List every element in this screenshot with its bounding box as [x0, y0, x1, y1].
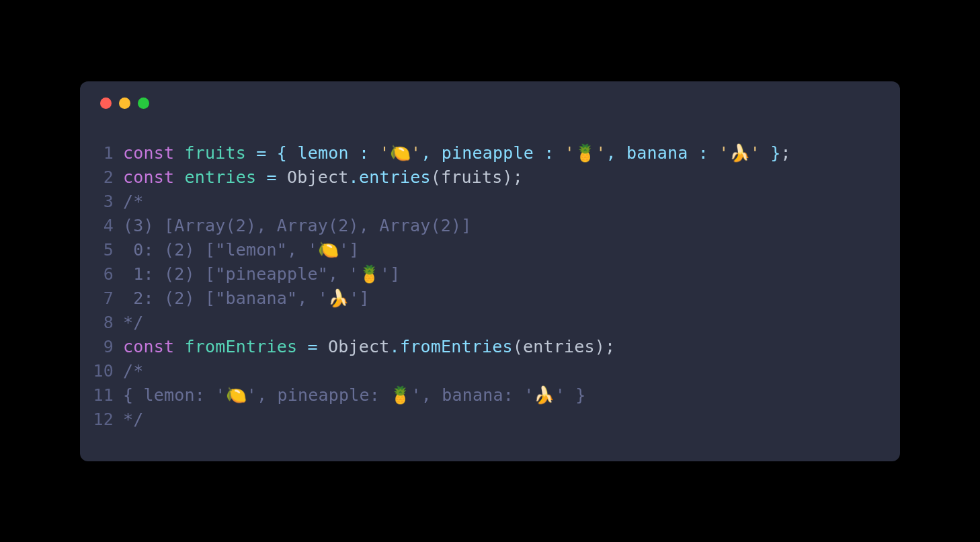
minimize-button[interactable]: [119, 98, 130, 109]
code-line-2: 2 const entries = Object.entries(fruits)…: [80, 165, 900, 190]
line-number: 8: [80, 311, 123, 335]
code-content: */: [123, 408, 144, 432]
line-number: 3: [80, 190, 123, 214]
window-titlebar: [80, 98, 900, 141]
close-button[interactable]: [100, 98, 112, 109]
code-line-12: 12 */: [80, 408, 900, 432]
line-number: 12: [80, 408, 123, 432]
code-content: const fruits = { lemon : '🍋', pineapple …: [123, 141, 791, 165]
line-number: 6: [80, 262, 123, 286]
line-number: 7: [80, 286, 123, 311]
line-number: 10: [80, 359, 123, 383]
code-content: (3) [Array(2), Array(2), Array(2)]: [123, 214, 472, 238]
code-line-6: 6 1: (2) ["pineapple", '🍍']: [80, 262, 900, 286]
code-content: 1: (2) ["pineapple", '🍍']: [123, 262, 400, 286]
line-number: 9: [80, 335, 123, 359]
code-line-1: 1 const fruits = { lemon : '🍋', pineappl…: [80, 141, 900, 165]
code-content: */: [123, 311, 144, 335]
code-content: const fromEntries = Object.fromEntries(e…: [123, 335, 615, 359]
code-content: const entries = Object.entries(fruits);: [123, 165, 523, 190]
code-content: /*: [123, 190, 144, 214]
line-number: 5: [80, 238, 123, 262]
code-line-9: 9 const fromEntries = Object.fromEntries…: [80, 335, 900, 359]
line-number: 1: [80, 141, 123, 165]
zoom-button[interactable]: [138, 98, 149, 109]
code-line-11: 11 { lemon: '🍋', pineapple: 🍍', banana: …: [80, 383, 900, 408]
code-window: 1 const fruits = { lemon : '🍋', pineappl…: [80, 81, 900, 461]
line-number: 4: [80, 214, 123, 238]
line-number: 2: [80, 165, 123, 190]
code-line-8: 8 */: [80, 311, 900, 335]
code-content: 2: (2) ["banana", '🍌']: [123, 286, 370, 311]
code-line-10: 10 /*: [80, 359, 900, 383]
code-line-5: 5 0: (2) ["lemon", '🍋']: [80, 238, 900, 262]
code-content: { lemon: '🍋', pineapple: 🍍', banana: '🍌'…: [123, 383, 585, 408]
code-content: /*: [123, 359, 144, 383]
code-content: 0: (2) ["lemon", '🍋']: [123, 238, 359, 262]
code-line-3: 3 /*: [80, 190, 900, 214]
code-editor[interactable]: 1 const fruits = { lemon : '🍋', pineappl…: [80, 141, 900, 432]
code-line-7: 7 2: (2) ["banana", '🍌']: [80, 286, 900, 311]
code-line-4: 4 (3) [Array(2), Array(2), Array(2)]: [80, 214, 900, 238]
line-number: 11: [80, 383, 123, 408]
